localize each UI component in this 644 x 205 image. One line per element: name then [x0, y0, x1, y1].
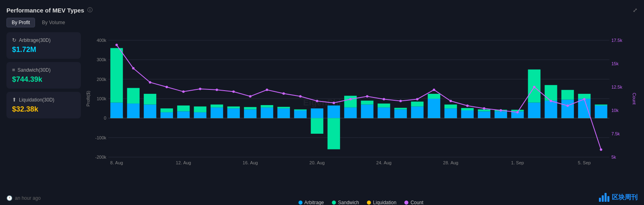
- brand-bar-4: [607, 196, 609, 202]
- brand-bars-icon: [599, 193, 609, 202]
- tab-by-volume[interactable]: By Volume: [37, 18, 70, 27]
- clock-icon: 🕐: [6, 195, 12, 201]
- tab-bar: By Profit By Volume: [6, 18, 638, 27]
- legend-liquidation-dot: [367, 201, 371, 205]
- liquidation-value: $32.38k: [12, 105, 75, 114]
- legend-liquidation: Liquidation: [367, 200, 396, 205]
- chart-legend: Arbitrage Sandwich Liquidation Count: [298, 200, 423, 205]
- legend-sandwich-label: Sandwich: [338, 200, 359, 205]
- tab-by-profit[interactable]: By Profit: [6, 18, 35, 27]
- legend-sandwich-dot: [332, 201, 336, 205]
- sandwich-label: Sandwich(30D): [18, 67, 51, 73]
- stat-liquidation-title: ⬆ Liquidation(30D): [12, 97, 75, 103]
- sandwich-icon: ≡: [12, 67, 15, 73]
- chart-area: Arbitrage Sandwich Liquidation Count: [84, 32, 638, 193]
- liquidation-icon: ⬆: [12, 97, 17, 103]
- stat-card-arbitrage: ↻ Arbitrage(30D) $1.72M: [6, 32, 81, 59]
- main-container: Performance of MEV Types ⓘ ⤢ By Profit B…: [0, 0, 644, 205]
- legend-count: Count: [405, 200, 423, 205]
- brand-logo: 区块周刊: [599, 193, 638, 202]
- stat-card-liquidation: ⬆ Liquidation(30D) $32.38k: [6, 92, 81, 118]
- legend-arbitrage: Arbitrage: [298, 200, 324, 205]
- legend-sandwich: Sandwich: [332, 200, 359, 205]
- sidebar: ↻ Arbitrage(30D) $1.72M ≡ Sandwich(30D) …: [6, 32, 81, 193]
- header-left: Performance of MEV Types ⓘ: [6, 6, 93, 14]
- legend-count-dot: [405, 201, 409, 205]
- arbitrage-label: Arbitrage(30D): [19, 37, 51, 43]
- legend-liquidation-label: Liquidation: [373, 200, 396, 205]
- liquidation-label: Liquidation(30D): [19, 97, 54, 103]
- sandwich-value: $744.39k: [12, 75, 75, 84]
- expand-icon[interactable]: ⤢: [633, 7, 638, 13]
- legend-arbitrage-label: Arbitrage: [304, 200, 324, 205]
- info-icon[interactable]: ⓘ: [87, 6, 93, 14]
- stat-card-sandwich: ≡ Sandwich(30D) $744.39k: [6, 62, 81, 89]
- footer: 🕐 an hour ago: [6, 195, 41, 201]
- timestamp: an hour ago: [15, 195, 41, 201]
- arbitrage-icon: ↻: [12, 37, 17, 43]
- legend-count-label: Count: [411, 200, 423, 205]
- stat-sandwich-title: ≡ Sandwich(30D): [12, 67, 75, 73]
- page-title: Performance of MEV Types: [6, 7, 84, 14]
- arbitrage-value: $1.72M: [12, 46, 75, 54]
- brand-text: 区块周刊: [612, 193, 638, 202]
- brand-bar-2: [602, 195, 604, 202]
- stat-arbitrage-title: ↻ Arbitrage(30D): [12, 37, 75, 43]
- main-content: ↻ Arbitrage(30D) $1.72M ≡ Sandwich(30D) …: [6, 32, 638, 193]
- main-chart: [84, 32, 638, 177]
- legend-arbitrage-dot: [298, 201, 302, 205]
- header: Performance of MEV Types ⓘ ⤢: [6, 6, 638, 14]
- brand-bar-3: [605, 193, 607, 202]
- brand-bar-1: [599, 198, 601, 202]
